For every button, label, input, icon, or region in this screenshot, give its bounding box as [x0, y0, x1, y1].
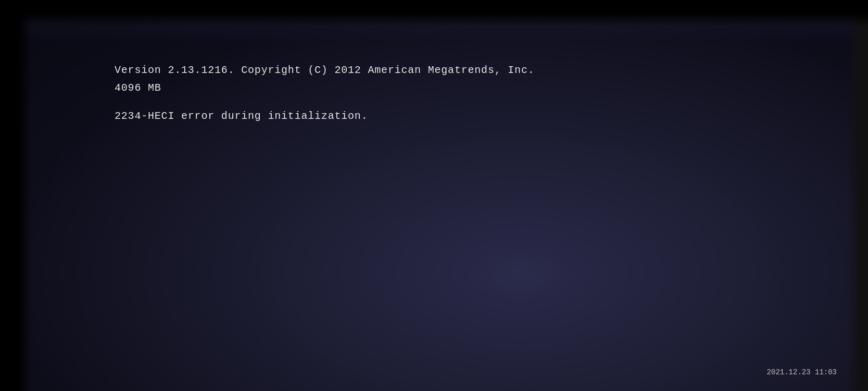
bios-memory-line: 4096 MB — [115, 80, 535, 96]
bios-version-line: Version 2.13.1216. Copyright (C) 2012 Am… — [115, 63, 535, 78]
bios-screen: Version 2.13.1216. Copyright (C) 2012 Am… — [0, 0, 868, 391]
screen-timestamp: 2021.12.23 11:03 — [767, 368, 837, 376]
bezel-right — [847, 0, 868, 391]
screen-outer: Version 2.13.1216. Copyright (C) 2012 Am… — [0, 0, 868, 391]
bios-error-line: 2234-HECI error during initialization. — [115, 108, 535, 124]
bezel-top — [0, 0, 868, 26]
bezel-left — [0, 0, 31, 391]
bios-content: Version 2.13.1216. Copyright (C) 2012 Am… — [115, 63, 535, 124]
